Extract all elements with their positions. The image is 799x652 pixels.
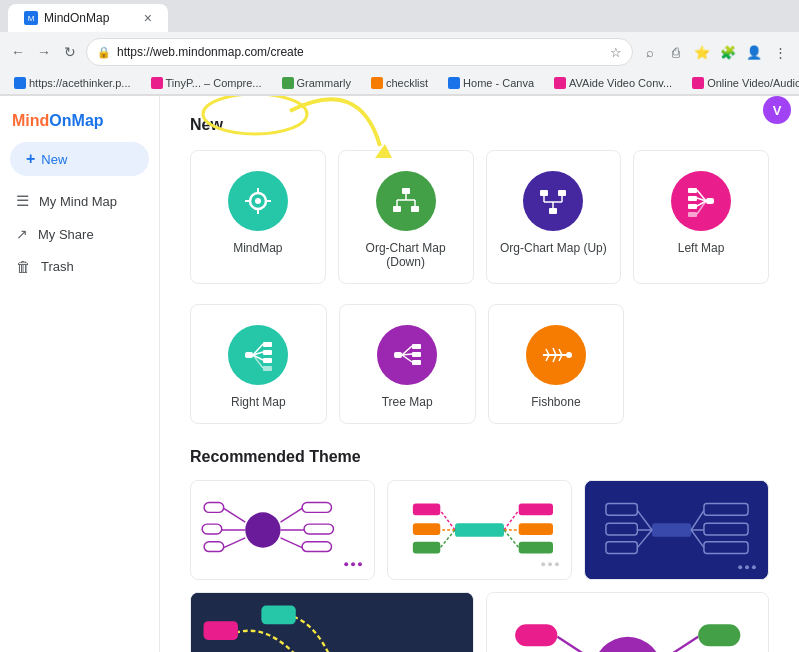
back-button[interactable]: ← xyxy=(8,42,28,62)
logo-text: MindOnMap xyxy=(12,112,104,130)
app-logo: MindOnMap xyxy=(0,104,159,142)
svg-rect-43 xyxy=(412,360,421,365)
sidebar-item-mymindmap[interactable]: ☰ My Mind Map xyxy=(0,184,151,218)
map-card-orgdown[interactable]: Org-Chart Map (Down) xyxy=(338,150,474,284)
profile-area: V xyxy=(763,96,791,124)
map-card-treemap[interactable]: Tree Map xyxy=(339,304,476,424)
svg-line-52 xyxy=(553,355,556,362)
mindmap-icon-circle xyxy=(228,171,288,231)
trash-icon: 🗑 xyxy=(16,258,31,275)
svg-point-48 xyxy=(566,352,572,358)
theme-card-4[interactable] xyxy=(190,592,474,652)
bookmark-favicon xyxy=(448,77,460,89)
active-tab[interactable]: M MindOnMap × xyxy=(8,4,168,32)
sidebar-item-myshare[interactable]: ↗ My Share xyxy=(0,218,151,250)
leftmap-label: Left Map xyxy=(678,241,725,255)
rightmap-label: Right Map xyxy=(231,395,286,409)
url-text: https://web.mindonmap.com/create xyxy=(117,45,604,59)
svg-rect-108 xyxy=(204,621,238,640)
bookmark-grammarly[interactable]: Grammarly xyxy=(276,75,357,91)
orgdown-icon-circle xyxy=(376,171,436,231)
orgup-label: Org-Chart Map (Up) xyxy=(500,241,607,255)
svg-rect-77 xyxy=(413,523,440,535)
svg-point-105 xyxy=(752,565,756,569)
lock-icon: 🔒 xyxy=(97,46,111,59)
tab-favicon: M xyxy=(24,11,38,25)
svg-point-56 xyxy=(245,512,280,547)
bookmark-favicon xyxy=(371,77,383,89)
menu-icon[interactable]: ⋮ xyxy=(769,41,791,63)
mindmap-label: MindMap xyxy=(233,241,282,255)
svg-point-70 xyxy=(351,562,355,566)
main-content: V New xyxy=(160,96,799,652)
bookmark-avaide[interactable]: AVAide Video Conv... xyxy=(548,75,678,91)
svg-rect-16 xyxy=(540,190,548,196)
share-icon[interactable]: ⎙ xyxy=(665,41,687,63)
mymindmap-icon: ☰ xyxy=(16,192,29,210)
svg-rect-81 xyxy=(519,504,553,516)
bookmark-tinyp[interactable]: TinyP... – Compre... xyxy=(145,75,268,91)
svg-rect-41 xyxy=(412,344,421,349)
sidebar-item-myshare-label: My Share xyxy=(38,227,94,242)
fishbone-label: Fishbone xyxy=(531,395,580,409)
svg-rect-90 xyxy=(652,523,691,537)
bookmark-favicon xyxy=(14,77,26,89)
theme-grid-row2 xyxy=(190,592,769,652)
profile-icon[interactable]: 👤 xyxy=(743,41,765,63)
myshare-icon: ↗ xyxy=(16,226,28,242)
svg-point-69 xyxy=(344,562,348,566)
new-section-title: New xyxy=(190,116,769,134)
svg-point-71 xyxy=(358,562,362,566)
bookmark-label: checklist xyxy=(386,77,428,89)
svg-rect-23 xyxy=(688,188,697,193)
map-type-grid-row2: Right Map Tree Map xyxy=(190,304,624,424)
svg-rect-26 xyxy=(688,212,697,217)
svg-rect-31 xyxy=(245,352,253,358)
bookmark-label: Home - Canva xyxy=(463,77,534,89)
address-bar[interactable]: 🔒 https://web.mindonmap.com/create ☆ xyxy=(86,38,633,66)
reload-button[interactable]: ↻ xyxy=(60,42,80,62)
app-container: MindOnMap + New ☰ My Mind Map ↗ My Share… xyxy=(0,96,799,652)
bookmark-label: Online Video/Audio... xyxy=(707,77,799,89)
orgdown-label: Org-Chart Map (Down) xyxy=(349,241,463,269)
map-card-leftmap[interactable]: Left Map xyxy=(633,150,769,284)
forward-button[interactable]: → xyxy=(34,42,54,62)
bookmark-label: AVAide Video Conv... xyxy=(569,77,672,89)
bookmark-checklist[interactable]: checklist xyxy=(365,75,434,91)
sidebar-item-trash[interactable]: 🗑 Trash xyxy=(0,250,151,283)
tab-close-btn[interactable]: × xyxy=(144,10,152,26)
leftmap-icon-circle xyxy=(671,171,731,231)
bookmark-online-video[interactable]: Online Video/Audio... xyxy=(686,75,799,91)
svg-line-45 xyxy=(402,354,412,355)
search-icon[interactable]: ⌕ xyxy=(639,41,661,63)
theme-card-5[interactable] xyxy=(486,592,770,652)
svg-point-87 xyxy=(548,562,552,566)
theme-card-3[interactable] xyxy=(584,480,769,580)
bookmark-star-icon[interactable]: ☆ xyxy=(610,45,622,60)
rightmap-icon-circle xyxy=(228,325,288,385)
new-button[interactable]: + New xyxy=(10,142,149,176)
map-card-fishbone[interactable]: Fishbone xyxy=(488,304,625,424)
fishbone-icon-circle xyxy=(526,325,586,385)
bookmark-icon[interactable]: ⭐ xyxy=(691,41,713,63)
map-card-orgup[interactable]: Org-Chart Map (Up) xyxy=(486,150,622,284)
map-card-rightmap[interactable]: Right Map xyxy=(190,304,327,424)
theme-card-2[interactable] xyxy=(387,480,572,580)
bookmark-canva[interactable]: Home - Canva xyxy=(442,75,540,91)
svg-rect-10 xyxy=(411,206,419,212)
svg-rect-34 xyxy=(263,358,272,363)
treemap-label: Tree Map xyxy=(382,395,433,409)
user-avatar[interactable]: V xyxy=(763,96,791,124)
svg-rect-109 xyxy=(261,606,295,625)
bookmark-favicon xyxy=(151,77,163,89)
theme-card-1[interactable] xyxy=(190,480,375,580)
svg-rect-42 xyxy=(412,352,421,357)
new-button-plus-icon: + xyxy=(26,150,35,168)
svg-rect-24 xyxy=(688,196,697,201)
svg-rect-83 xyxy=(519,523,553,535)
map-card-mindmap[interactable]: MindMap xyxy=(190,150,326,284)
extensions-icon[interactable]: 🧩 xyxy=(717,41,739,63)
svg-rect-25 xyxy=(688,204,697,209)
tab-title: MindOnMap xyxy=(44,11,109,25)
bookmark-acethinker[interactable]: https://acethinker.p... xyxy=(8,75,137,91)
